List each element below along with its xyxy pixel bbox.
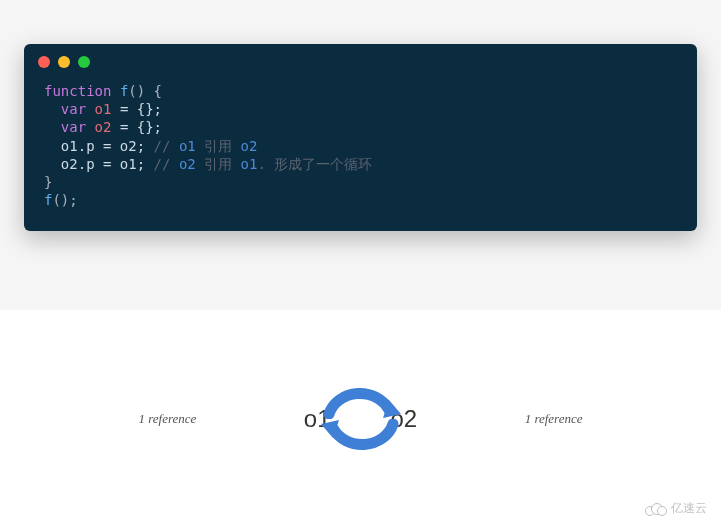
close-icon — [38, 56, 50, 68]
code-line: } — [44, 173, 677, 191]
code-section: function f() { var o1 = {}; var o2 = {};… — [0, 0, 721, 310]
code-line: function f() { — [44, 82, 677, 100]
window-controls — [24, 44, 697, 72]
maximize-icon — [78, 56, 90, 68]
code-line: o1.p = o2; // o1 引用 o2 — [44, 137, 677, 155]
watermark-text: 亿速云 — [671, 500, 707, 517]
reference-count-right: 1 reference — [525, 411, 583, 427]
diagram-section: 1 reference o1 o2 1 reference — [0, 310, 721, 527]
reference-count-left: 1 reference — [139, 411, 197, 427]
code-window: function f() { var o1 = {}; var o2 = {};… — [24, 44, 697, 231]
code-line: var o2 = {}; — [44, 118, 677, 136]
cloud-icon — [645, 502, 667, 516]
code-line: o2.p = o1; // o2 引用 o1. 形成了一个循环 — [44, 155, 677, 173]
circular-reference-diagram: 1 reference o1 o2 1 reference — [211, 359, 511, 479]
cycle-arrows-icon — [321, 374, 401, 464]
minimize-icon — [58, 56, 70, 68]
code-line: f(); — [44, 191, 677, 209]
code-content: function f() { var o1 = {}; var o2 = {};… — [24, 72, 697, 231]
watermark: 亿速云 — [645, 500, 707, 517]
code-line: var o1 = {}; — [44, 100, 677, 118]
